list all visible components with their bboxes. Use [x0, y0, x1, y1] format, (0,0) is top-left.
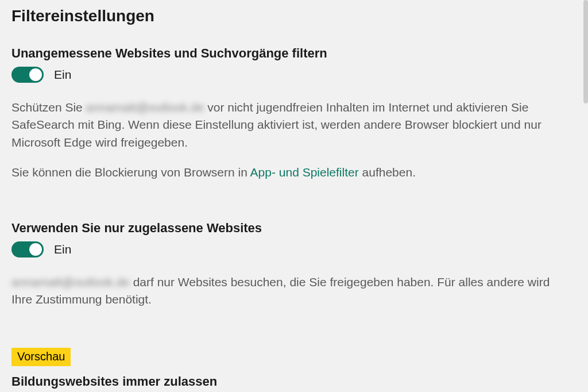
toggle-knob: [29, 243, 42, 256]
toggle-knob: [29, 68, 42, 81]
allowed-websites-heading: Verwenden Sie nur zugelassene Websites: [11, 221, 577, 236]
filter-websites-toggle-label: Ein: [54, 68, 71, 82]
unblock-suffix: aufheben.: [359, 166, 416, 179]
page-title: Filtereinstellungen: [11, 7, 577, 25]
desc-text-prefix: Schützen Sie: [11, 101, 86, 114]
scrollbar[interactable]: [583, 0, 588, 392]
allowed-websites-toggle-label: Ein: [54, 243, 71, 256]
filter-websites-heading: Unangemessene Websites und Suchvorgänge …: [11, 46, 577, 61]
filter-websites-toggle-row: Ein: [11, 67, 577, 83]
scrollbar-thumb[interactable]: [583, 0, 588, 103]
filter-websites-description: Schützen Sie annamatt@outlook.de vor nic…: [11, 99, 557, 151]
blurred-email: annamatt@outlook.de: [11, 274, 130, 291]
unblock-description: Sie können die Blockierung von Browsern …: [11, 164, 557, 181]
education-websites-heading: Bildungswebsites immer zulassen: [11, 374, 577, 389]
allowed-websites-toggle-row: Ein: [11, 241, 577, 258]
blurred-email: annamatt@outlook.de: [86, 99, 204, 116]
allowed-websites-toggle[interactable]: [11, 241, 44, 258]
unblock-prefix: Sie können die Blockierung von Browsern …: [11, 166, 250, 179]
filter-websites-toggle[interactable]: [11, 67, 44, 83]
allowed-websites-description: annamatt@outlook.de darf nur Websites be…: [11, 274, 557, 309]
app-game-filter-link[interactable]: App- und Spielefilter: [250, 166, 359, 179]
preview-badge: Vorschau: [11, 348, 71, 366]
